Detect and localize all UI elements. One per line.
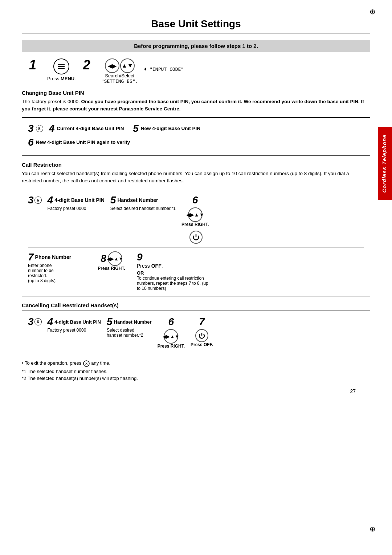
restr-step8: 8 ◀▶▲▼ Press RIGHT.: [93, 251, 130, 271]
corner-mark-br: ⊕: [369, 524, 376, 533]
changing-pin-heading: Changing Base Unit PIN: [22, 90, 370, 96]
input-code-group: ♦ "INPUT CODE": [144, 58, 184, 72]
restr-top-row: 3 6 4 4-digit Base Unit PIN Factory pres…: [28, 194, 364, 227]
page-container: ⊕ ⊕ Cordless Telephone Base Unit Setting…: [0, 0, 392, 555]
changing-pin-box: 3 5 4 Current 4-digit Base Unit PIN 5 Ne…: [22, 117, 370, 156]
nav-icon-1: ◀▶: [105, 58, 119, 73]
exit-icon: ✕: [83, 360, 90, 367]
cancel-box: 3 6 4 4-digit Base Unit PIN Factory pres…: [22, 311, 370, 354]
page-title: Base Unit Settings: [22, 18, 370, 30]
step6-num: 6: [28, 137, 34, 148]
notes-section: • To exit the operation, press ✕ any tim…: [22, 360, 370, 381]
step2-label: Search/Select: [105, 73, 134, 78]
restr-step7: 7 Phone Number Enter phone number to be …: [28, 251, 86, 283]
restr-step4: 4 4-digit Base Unit PIN Factory preset 0…: [48, 194, 105, 211]
svg-text:✕: ✕: [85, 362, 88, 366]
restr-step3: 3 6: [28, 194, 42, 206]
restr-step6: 6 ◀▶▲▼ Press RIGHT.: [181, 194, 209, 227]
restr-off-icon-row: [28, 231, 364, 244]
call-restriction-box: 3 6 4 4-digit Base Unit PIN Factory pres…: [22, 189, 370, 296]
prereq-bar: Before programming, please follow steps …: [22, 40, 370, 52]
cancel-step5: 5 Handset Number Select desired handset …: [107, 316, 152, 338]
call-restriction-heading: Call Restriction: [22, 162, 370, 168]
menu-icon: [53, 58, 69, 74]
call-restriction-section: Call Restriction You can restrict select…: [22, 162, 370, 297]
svg-rect-1: [58, 66, 65, 67]
changing-pin-row1: 3 5 4 Current 4-digit Base Unit PIN 5 Ne…: [28, 123, 364, 134]
cancel-row: 3 6 4 4-digit Base Unit PIN Factory pres…: [28, 316, 364, 349]
step6-label: New 4-digit Base Unit PIN again to verif…: [36, 139, 130, 145]
step2-icon-group: ◀▶ ▲▼ Search/Select "SETTING BS".: [101, 58, 138, 84]
call-restriction-text: You can restrict selected handset(s) fro…: [22, 170, 370, 185]
cancel-off-icon: [195, 329, 208, 342]
cancel-step4: 4 4-digit Base Unit PIN Factory preset 0…: [48, 316, 101, 333]
step4-label: Current 4-digit Base Unit PIN: [57, 126, 124, 131]
cancel-step3: 3 6: [28, 316, 42, 328]
step2-number: 2: [83, 58, 90, 72]
step1-number: 1: [29, 58, 36, 72]
step5-num: 5: [133, 123, 139, 134]
page-number: 27: [22, 388, 370, 394]
step1-icon-group: Press MENU.: [47, 58, 76, 81]
restr-bottom-row: 7 Phone Number Enter phone number to be …: [28, 247, 364, 291]
cancelling-heading: Cancelling Call Restricted Handset(s): [22, 302, 370, 308]
changing-pin-section: Changing Base Unit PIN The factory prese…: [22, 90, 370, 156]
changing-pin-row2: 6 New 4-digit Base Unit PIN again to ver…: [28, 137, 364, 148]
step2-item: 2: [83, 58, 90, 72]
restr-step5: 5 Handset Number Select desired handset …: [110, 194, 176, 211]
svg-rect-0: [58, 64, 65, 65]
off-icon-center: [189, 231, 203, 244]
restr-right-icon: ◀▶▲▼: [188, 207, 203, 222]
intro-steps-row: 1 Press MENU. 2 ◀▶ ▲▼ Search/Select "SET…: [22, 58, 370, 84]
corner-mark-tr: ⊕: [369, 7, 376, 16]
step2-sublabel: "SETTING BS".: [101, 78, 138, 84]
restr-step8-icon: ◀▶▲▼: [108, 251, 122, 266]
notes-note1: *1 The selected handset number flashes.: [22, 369, 370, 374]
step1-label: Press MENU.: [47, 76, 76, 81]
cancelling-section: Cancelling Call Restricted Handset(s) 3 …: [22, 302, 370, 354]
side-tab: Cordless Telephone: [378, 127, 392, 200]
notes-bullet: • To exit the operation, press ✕ any tim…: [22, 360, 370, 367]
notes-note2: *2 The selected handset(s) number(s) wil…: [22, 376, 370, 381]
input-code-label: ♦ "INPUT CODE": [144, 66, 184, 72]
step5-label: New 4-digit Base Unit PIN: [141, 126, 200, 131]
cancel-right-icon: ◀▶▲▼: [164, 329, 178, 344]
step1-item: 1: [29, 58, 36, 72]
restr-step9: 9 Press OFF. OR To continue entering cal…: [137, 251, 209, 291]
cancel-step7: 7 Press OFF.: [191, 316, 213, 347]
title-rule: [22, 33, 370, 33]
step4-num: 4: [49, 123, 55, 134]
step3-circle: 5: [36, 125, 43, 132]
changing-pin-text: The factory preset is 0000. Once you hav…: [22, 98, 370, 113]
svg-rect-2: [58, 68, 65, 69]
step3-num: 3: [28, 123, 34, 134]
nav-icon-2: ▲▼: [120, 58, 135, 73]
cancel-step6: 6 ◀▶▲▼ Press RIGHT.: [158, 316, 185, 349]
